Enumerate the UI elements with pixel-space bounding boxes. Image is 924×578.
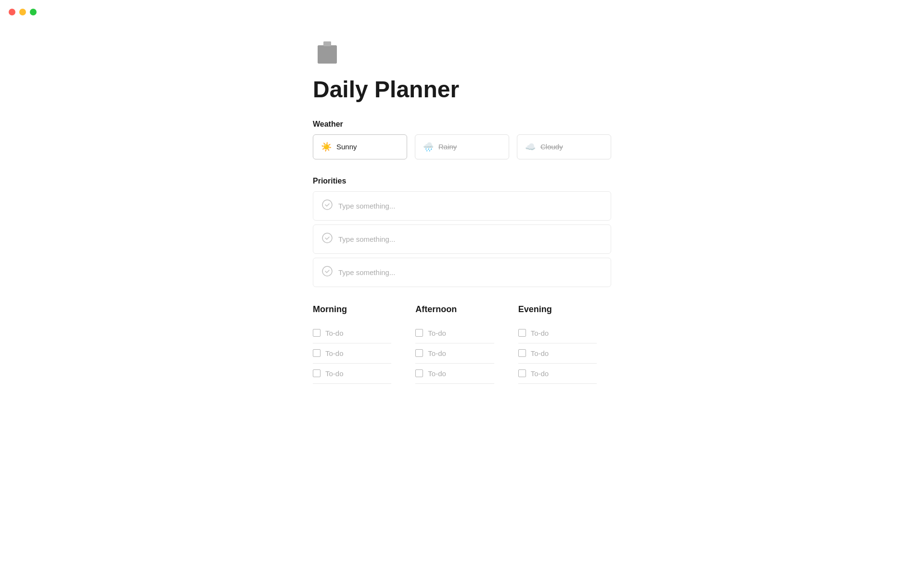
weather-section: Weather ☀️ Sunny 🌧️ Rainy ☁️ Cloudy: [313, 120, 611, 159]
evening-todo-label-1: To-do: [531, 329, 549, 337]
rainy-icon: 🌧️: [423, 142, 434, 152]
schedule-col-afternoon: Afternoon To-do To-do To-do: [415, 304, 508, 384]
afternoon-title: Afternoon: [415, 304, 494, 316]
evening-todo-label-2: To-do: [531, 349, 549, 357]
maximize-button[interactable]: [30, 9, 37, 15]
morning-checkbox-2[interactable]: [313, 349, 321, 357]
morning-todo-2: To-do: [313, 343, 391, 364]
minimize-button[interactable]: [19, 9, 26, 15]
schedule-col-evening: Evening To-do To-do To-do: [518, 304, 611, 384]
evening-todo-2: To-do: [518, 343, 597, 364]
weather-options: ☀️ Sunny 🌧️ Rainy ☁️ Cloudy: [313, 134, 611, 159]
morning-todo-label-1: To-do: [325, 329, 344, 337]
priority-input-1[interactable]: [338, 202, 602, 210]
schedule-col-morning: Morning To-do To-do To-do: [313, 304, 406, 384]
afternoon-checkbox-3[interactable]: [415, 369, 423, 377]
evening-checkbox-3[interactable]: [518, 369, 526, 377]
priority-input-3[interactable]: [338, 268, 602, 276]
evening-todo-label-3: To-do: [531, 369, 549, 378]
evening-todo-3: To-do: [518, 364, 597, 384]
afternoon-todo-label-2: To-do: [428, 349, 446, 357]
afternoon-todo-3: To-do: [415, 364, 494, 384]
priority-item-2: [313, 224, 611, 254]
morning-todo-3: To-do: [313, 364, 391, 384]
sunny-label: Sunny: [336, 143, 357, 151]
window-controls: [9, 9, 37, 15]
evening-title: Evening: [518, 304, 597, 316]
afternoon-todo-label-1: To-do: [428, 329, 446, 337]
weather-label: Weather: [313, 120, 611, 129]
schedule-section: Morning To-do To-do To-do Afternoon: [313, 304, 611, 384]
afternoon-checkbox-2[interactable]: [415, 349, 423, 357]
rainy-label: Rainy: [438, 143, 457, 151]
priorities-label: Priorities: [313, 177, 611, 185]
weather-option-cloudy[interactable]: ☁️ Cloudy: [517, 134, 611, 159]
svg-rect-4: [323, 41, 331, 46]
cloudy-icon: ☁️: [525, 142, 536, 152]
svg-point-6: [322, 233, 332, 243]
priority-check-icon-2: [322, 233, 333, 246]
main-content: Daily Planner Weather ☀️ Sunny 🌧️ Rainy …: [294, 0, 630, 430]
evening-checkbox-1[interactable]: [518, 329, 526, 337]
priority-input-2[interactable]: [338, 235, 602, 243]
morning-todo-label-2: To-do: [325, 349, 344, 357]
sunny-icon: ☀️: [321, 142, 332, 152]
cloudy-label: Cloudy: [540, 143, 563, 151]
priorities-section: Priorities: [313, 177, 611, 287]
weather-option-sunny[interactable]: ☀️ Sunny: [313, 134, 407, 159]
priority-check-icon-1: [322, 199, 333, 212]
afternoon-todo-label-3: To-do: [428, 369, 446, 378]
page-title: Daily Planner: [313, 77, 611, 103]
priority-check-icon-3: [322, 266, 333, 279]
morning-title: Morning: [313, 304, 391, 316]
svg-point-5: [322, 200, 332, 210]
priority-item-1: [313, 191, 611, 221]
afternoon-checkbox-1[interactable]: [415, 329, 423, 337]
page-icon: [313, 39, 342, 67]
morning-todo-label-3: To-do: [325, 369, 344, 378]
morning-checkbox-3[interactable]: [313, 369, 321, 377]
morning-todo-1: To-do: [313, 323, 391, 343]
evening-checkbox-2[interactable]: [518, 349, 526, 357]
evening-todo-1: To-do: [518, 323, 597, 343]
weather-option-rainy[interactable]: 🌧️ Rainy: [415, 134, 509, 159]
schedule-columns: Morning To-do To-do To-do Afternoon: [313, 304, 611, 384]
afternoon-todo-2: To-do: [415, 343, 494, 364]
svg-point-7: [322, 266, 332, 276]
priority-item-3: [313, 258, 611, 287]
afternoon-todo-1: To-do: [415, 323, 494, 343]
close-button[interactable]: [9, 9, 15, 15]
svg-rect-3: [318, 45, 337, 64]
morning-checkbox-1[interactable]: [313, 329, 321, 337]
